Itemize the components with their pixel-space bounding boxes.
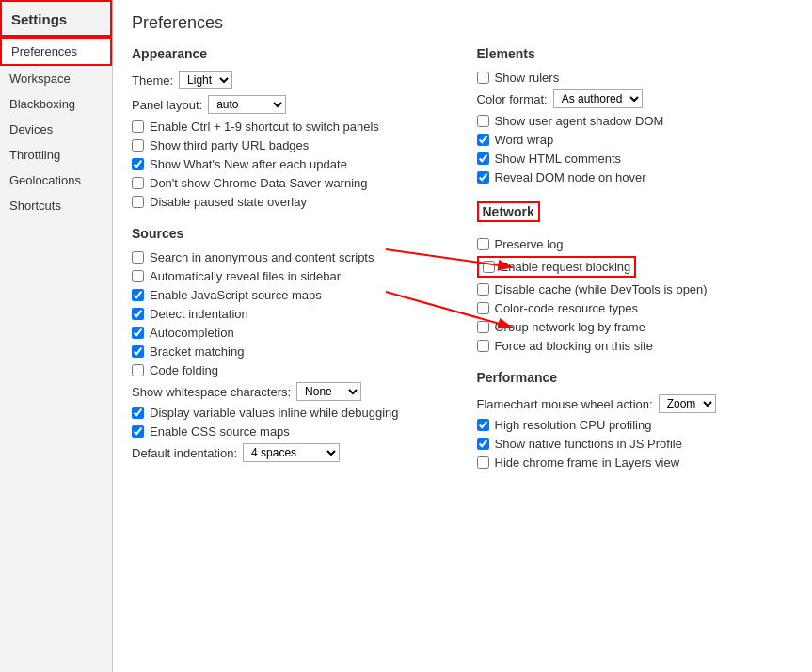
perf-cb-0-input[interactable]	[477, 419, 489, 431]
left-column: Appearance Theme: Light Dark Panel layou…	[132, 46, 449, 659]
main-content: Preferences Appearance Theme: Light Dark	[113, 0, 812, 672]
sources-cb-0-label: Search in anonymous and content scripts	[150, 250, 374, 264]
elements-cb-2-label: Word wrap	[495, 133, 554, 147]
perf-cb-1: Show native functions in JS Profile	[477, 437, 794, 451]
appearance-cb-1-input[interactable]	[132, 139, 144, 152]
sources-cb-3-label: Detect indentation	[150, 307, 248, 321]
elements-cb-4-label: Reveal DOM node on hover	[495, 170, 646, 184]
network-cb-0-label: Preserve log	[495, 237, 564, 251]
sources-cb-6-label: Code folding	[150, 363, 218, 377]
sidebar-item-devices[interactable]: Devices	[0, 117, 112, 142]
appearance-cb-1-label: Show third party URL badges	[150, 138, 309, 152]
network-cb-5-label: Force ad blocking on this site	[495, 339, 653, 353]
perf-cb-0-label: High resolution CPU profiling	[495, 418, 652, 432]
appearance-cb-4-input[interactable]	[132, 196, 144, 208]
panel-layout-row: Panel layout: auto horizontal vertical	[132, 95, 449, 114]
network-cb-2: Disable cache (while DevTools is open)	[477, 282, 794, 296]
network-cb-0: Preserve log	[477, 237, 794, 251]
sources-cb-2: Enable JavaScript source maps	[132, 288, 449, 302]
sources-cb-3: Detect indentation	[132, 307, 449, 321]
appearance-cb-0-input[interactable]	[132, 120, 144, 133]
elements-cb-2-input[interactable]	[477, 134, 489, 146]
elements-cb-1-input[interactable]	[477, 115, 489, 127]
panel-layout-label: Panel layout:	[132, 98, 202, 112]
network-cb-0-input[interactable]	[477, 238, 489, 250]
elements-cb-3-input[interactable]	[477, 152, 489, 165]
appearance-cb-2: Show What's New after each update	[132, 157, 449, 171]
flamechart-label: Flamechart mouse wheel action:	[477, 397, 653, 411]
color-format-select[interactable]: As authored HEX RGB HSL	[553, 89, 643, 108]
elements-cb-2: Word wrap	[477, 133, 794, 147]
elements-cb-0-label: Show rulers	[495, 71, 560, 85]
network-cb-3-label: Color-code resource types	[495, 301, 638, 315]
sources-section: Sources Search in anonymous and content …	[132, 226, 449, 462]
display-variable-inline-row: Display variable values inline while deb…	[132, 406, 449, 420]
default-indent-select[interactable]: 2 spaces 4 spaces 8 spaces Tab character	[243, 443, 340, 462]
theme-select[interactable]: Light Dark	[179, 71, 232, 89]
appearance-cb-2-label: Show What's New after each update	[150, 157, 347, 171]
sidebar-item-blackboxing[interactable]: Blackboxing	[0, 91, 112, 117]
sources-cb-5-label: Bracket matching	[150, 344, 244, 359]
theme-label: Theme:	[132, 73, 173, 88]
right-column: Elements Show rulers Color format: As au…	[477, 46, 794, 659]
enable-request-blocking-label: Enable request blocking	[501, 260, 631, 274]
sidebar-item-shortcuts[interactable]: Shortcuts	[0, 193, 112, 218]
sources-cb-5-input[interactable]	[132, 345, 144, 358]
sources-cb-6-input[interactable]	[132, 364, 144, 376]
sources-cb-6: Code folding	[132, 363, 449, 377]
sources-cb-0-input[interactable]	[132, 251, 144, 264]
performance-section: Performance Flamechart mouse wheel actio…	[477, 370, 794, 470]
appearance-section: Appearance Theme: Light Dark Panel layou…	[132, 46, 449, 209]
enable-request-blocking-row: Enable request blocking	[477, 256, 637, 278]
network-cb-4: Group network log by frame	[477, 320, 794, 334]
show-whitespace-select[interactable]: None All Trailing	[296, 382, 361, 401]
sidebar-item-throttling[interactable]: Throttling	[0, 142, 112, 168]
perf-cb-2: Hide chrome frame in Layers view	[477, 456, 794, 470]
sources-cb-1-label: Automatically reveal files in sidebar	[150, 269, 341, 283]
sources-cb-3-input[interactable]	[132, 308, 144, 320]
show-whitespace-label: Show whitespace characters:	[132, 385, 291, 399]
performance-title: Performance	[477, 370, 794, 385]
perf-cb-2-label: Hide chrome frame in Layers view	[495, 456, 680, 470]
theme-row: Theme: Light Dark	[132, 71, 449, 89]
elements-cb-3-label: Show HTML comments	[495, 152, 622, 166]
elements-cb-4: Reveal DOM node on hover	[477, 170, 794, 184]
sidebar-item-preferences[interactable]: Preferences	[0, 37, 112, 66]
elements-cb-0-input[interactable]	[477, 72, 489, 84]
sidebar: Settings Preferences Workspace Blackboxi…	[0, 0, 113, 672]
appearance-cb-3: Don't show Chrome Data Saver warning	[132, 176, 449, 190]
flamechart-select[interactable]: Zoom Scroll	[659, 394, 716, 413]
color-format-row: Color format: As authored HEX RGB HSL	[477, 89, 794, 108]
display-variable-inline-input[interactable]	[132, 407, 144, 419]
elements-cb-1-label: Show user agent shadow DOM	[495, 114, 664, 128]
sources-cb-4: Autocompletion	[132, 326, 449, 340]
sources-cb-0: Search in anonymous and content scripts	[132, 250, 449, 264]
enable-css-source-maps-input[interactable]	[132, 425, 144, 438]
sources-cb-4-input[interactable]	[132, 327, 144, 339]
network-cb-4-label: Group network log by frame	[495, 320, 645, 334]
sources-cb-2-input[interactable]	[132, 289, 144, 301]
sidebar-item-workspace[interactable]: Workspace	[0, 66, 112, 91]
elements-cb-1: Show user agent shadow DOM	[477, 114, 794, 128]
perf-cb-2-input[interactable]	[477, 456, 489, 469]
sources-cb-1-input[interactable]	[132, 270, 144, 282]
network-cb-3: Color-code resource types	[477, 301, 794, 315]
appearance-title: Appearance	[132, 46, 449, 61]
enable-request-blocking-input[interactable]	[483, 261, 495, 273]
appearance-cb-4: Disable paused state overlay	[132, 195, 449, 209]
panel-layout-select[interactable]: auto horizontal vertical	[208, 95, 286, 114]
network-cb-3-input[interactable]	[477, 302, 489, 314]
network-cb-4-input[interactable]	[477, 321, 489, 333]
network-cb-2-input[interactable]	[477, 283, 489, 296]
network-title: Network	[477, 201, 540, 222]
sources-cb-1: Automatically reveal files in sidebar	[132, 269, 449, 283]
appearance-cb-3-input[interactable]	[132, 177, 144, 189]
default-indent-row: Default indentation: 2 spaces 4 spaces 8…	[132, 443, 449, 462]
network-cb-5-input[interactable]	[477, 340, 489, 352]
sidebar-item-geolocations[interactable]: Geolocations	[0, 168, 112, 193]
appearance-cb-2-input[interactable]	[132, 158, 144, 170]
network-cb-2-label: Disable cache (while DevTools is open)	[495, 282, 708, 296]
elements-cb-0: Show rulers	[477, 71, 794, 85]
perf-cb-1-input[interactable]	[477, 438, 489, 450]
elements-cb-4-input[interactable]	[477, 171, 489, 184]
